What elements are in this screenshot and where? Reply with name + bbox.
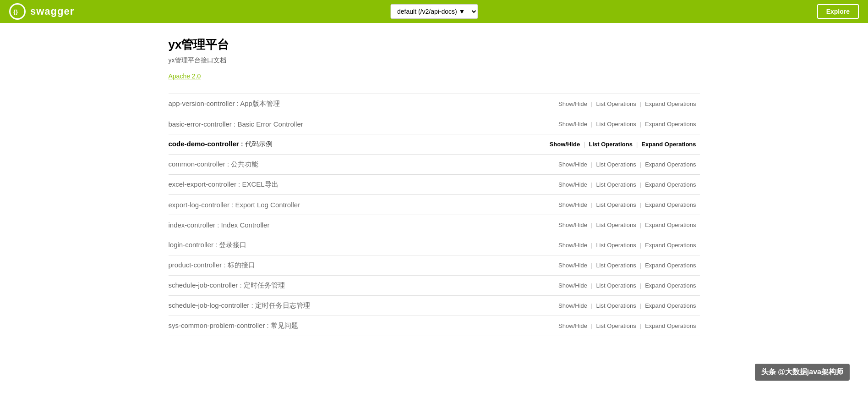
show-hide-button[interactable]: Show/Hide [555,221,591,229]
show-hide-button[interactable]: Show/Hide [546,140,584,149]
show-hide-button[interactable]: Show/Hide [555,301,591,310]
controller-id: index-controller [169,221,216,229]
show-hide-button[interactable]: Show/Hide [555,180,591,189]
controllers-list: app-version-controller : App版本管理Show/Hid… [169,94,700,336]
controller-actions: Show/Hide | List Operations | Expand Ope… [555,321,699,330]
controller-actions: Show/Hide | List Operations | Expand Ope… [555,301,699,310]
controller-description: Index Controller [221,221,270,229]
controller-description: 标的接口 [228,261,255,269]
controller-actions: Show/Hide | List Operations | Expand Ope… [555,160,699,169]
list-operations-button[interactable]: List Operations [592,180,639,189]
app-subtitle: yx管理平台接口文档 [169,56,700,65]
expand-operations-button[interactable]: Expand Operations [641,241,699,249]
controller-row: code-demo-controller : 代码示例Show/Hide | L… [169,134,700,155]
controller-actions: Show/Hide | List Operations | Expand Ope… [555,221,699,229]
main-content: yx管理平台 yx管理平台接口文档 Apache 2.0 app-version… [159,23,709,350]
show-hide-button[interactable]: Show/Hide [555,160,591,169]
expand-operations-button[interactable]: Expand Operations [641,281,699,290]
controller-name: excel-export-controller : EXCEL导出 [169,180,278,189]
controller-description: EXCEL导出 [242,180,278,188]
controller-separator: : [249,301,255,309]
list-operations-button[interactable]: List Operations [592,120,639,128]
controller-actions: Show/Hide | List Operations | Expand Ope… [555,200,699,209]
expand-operations-button[interactable]: Expand Operations [641,120,699,128]
controller-row: basic-error-controller : Basic Error Con… [169,114,700,134]
controller-id: schedule-job-log-controller [169,301,250,309]
app-header: {} swagger default (/v2/api-docs) ▼ Expl… [0,0,868,23]
expand-operations-button[interactable]: Expand Operations [641,160,699,169]
controller-row: product-controller : 标的接口Show/Hide | Lis… [169,255,700,276]
show-hide-button[interactable]: Show/Hide [555,281,591,290]
expand-operations-button[interactable]: Expand Operations [641,180,699,189]
list-operations-button[interactable]: List Operations [592,160,639,169]
show-hide-button[interactable]: Show/Hide [555,321,591,330]
controller-id: common-controller [169,160,225,168]
list-operations-button[interactable]: List Operations [592,261,639,270]
expand-operations-button[interactable]: Expand Operations [641,321,699,330]
controller-separator: : [229,201,235,209]
list-operations-button[interactable]: List Operations [585,140,636,149]
controller-id: sys-common-problem-controller [169,321,265,329]
show-hide-button[interactable]: Show/Hide [555,261,591,270]
controller-id: code-demo-controller [169,140,239,148]
controller-id: excel-export-controller [169,180,236,188]
show-hide-button[interactable]: Show/Hide [555,200,591,209]
controller-separator: : [236,180,242,188]
expand-operations-button[interactable]: Expand Operations [641,261,699,270]
list-operations-button[interactable]: List Operations [592,200,639,209]
controller-separator: : [238,281,244,289]
show-hide-button[interactable]: Show/Hide [555,120,591,128]
controller-row: index-controller : Index ControllerShow/… [169,215,700,235]
list-operations-button[interactable]: List Operations [592,221,639,229]
list-operations-button[interactable]: List Operations [592,281,639,290]
expand-operations-button[interactable]: Expand Operations [641,301,699,310]
list-operations-button[interactable]: List Operations [592,241,639,249]
controller-id: product-controller [169,261,222,269]
controller-name: schedule-job-log-controller : 定时任务日志管理 [169,301,310,310]
controller-separator: : [265,321,271,329]
expand-operations-button[interactable]: Expand Operations [638,140,699,149]
list-operations-button[interactable]: List Operations [592,301,639,310]
brand-name: swagger [30,6,74,17]
controller-id: schedule-job-controller [169,281,238,289]
controller-row: schedule-job-controller : 定时任务管理Show/Hid… [169,276,700,296]
controller-actions: Show/Hide | List Operations | Expand Ope… [555,100,699,108]
controller-name: index-controller : Index Controller [169,221,270,229]
controller-separator: : [232,120,238,128]
expand-operations-button[interactable]: Expand Operations [641,200,699,209]
controller-name: app-version-controller : App版本管理 [169,100,280,108]
controller-row: common-controller : 公共功能Show/Hide | List… [169,155,700,175]
controller-name: login-controller : 登录接口 [169,241,247,249]
controller-separator: : [235,100,240,107]
controller-actions: Show/Hide | List Operations | Expand Ope… [546,140,700,149]
controller-separator: : [239,140,245,148]
controller-row: export-log-controller : Export Log Contr… [169,195,700,215]
controller-actions: Show/Hide | List Operations | Expand Ope… [555,120,699,128]
controller-name: product-controller : 标的接口 [169,261,255,270]
controller-row: excel-export-controller : EXCEL导出Show/Hi… [169,175,700,195]
controller-separator: : [213,241,219,249]
controller-separator: : [215,221,221,229]
explore-button[interactable]: Explore [817,4,859,19]
api-docs-select[interactable]: default (/v2/api-docs) ▼ [390,4,478,19]
controller-actions: Show/Hide | List Operations | Expand Ope… [555,241,699,249]
controller-row: app-version-controller : App版本管理Show/Hid… [169,94,700,114]
controller-description: Basic Error Controller [237,120,303,128]
svg-text:{}: {} [13,8,18,15]
show-hide-button[interactable]: Show/Hide [555,241,591,249]
list-operations-button[interactable]: List Operations [592,321,639,330]
expand-operations-button[interactable]: Expand Operations [641,221,699,229]
apache-license-link[interactable]: Apache 2.0 [169,72,201,80]
controller-separator: : [225,160,231,168]
controller-name: schedule-job-controller : 定时任务管理 [169,281,285,290]
list-operations-button[interactable]: List Operations [592,100,639,108]
controller-row: sys-common-problem-controller : 常见问题Show… [169,316,700,336]
controller-description: 登录接口 [219,241,246,249]
expand-operations-button[interactable]: Expand Operations [641,100,699,108]
controller-id: export-log-controller [169,201,229,209]
controller-name: code-demo-controller : 代码示例 [169,140,273,149]
show-hide-button[interactable]: Show/Hide [555,100,591,108]
controller-row: login-controller : 登录接口Show/Hide | List … [169,235,700,255]
api-docs-selector-wrapper: default (/v2/api-docs) ▼ [390,4,478,19]
controller-description: 常见问题 [271,321,298,329]
